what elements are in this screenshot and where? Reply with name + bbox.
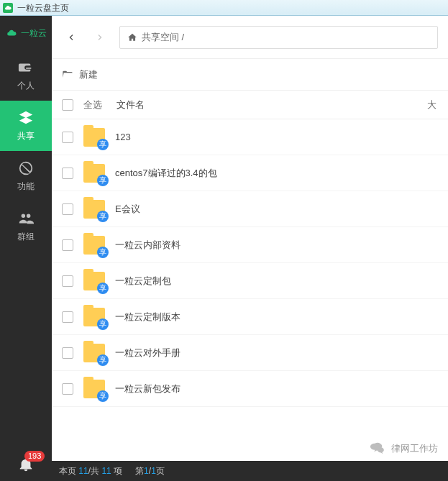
share-badge-icon: 享 [97,175,109,186]
share-badge-icon: 享 [97,139,109,150]
folder-icon: 享 [83,236,105,255]
wallet-icon [18,60,34,75]
window-title: 一粒云盘主页 [17,0,69,16]
row-checkbox[interactable] [62,168,73,179]
sidebar-item-group[interactable]: 群组 [0,201,52,252]
sidebar-item-label: 功能 [17,180,35,193]
share-badge-icon: 享 [97,283,109,294]
file-name: E会议 [115,203,140,216]
file-name: centos7编译过的3.4的包 [115,167,217,180]
sidebar: 一粒云 个人 共享 功能 群组 193 [0,16,52,481]
folder-icon: 享 [83,308,105,326]
file-list: 享123享centos7编译过的3.4的包享E会议享一粒云内部资料享一粒云定制包… [52,119,448,461]
share-badge-icon: 享 [97,319,109,330]
file-row[interactable]: 享一粒云新包发布 [52,371,448,407]
file-row[interactable]: 享123 [52,119,448,155]
share-badge-icon: 享 [97,247,109,258]
chevron-right-icon [96,33,104,42]
row-checkbox[interactable] [62,203,73,215]
status-page-shown: 11 [78,466,88,476]
file-name: 123 [115,132,131,142]
sidebar-item-label: 共享 [17,130,35,142]
status-bar: 本页 11/共 11 项 第1/1页 [52,461,448,481]
sidebar-item-label: 个人 [17,80,35,92]
file-row[interactable]: 享E会议 [52,191,448,227]
status-prefix: 本页 [59,466,76,476]
layers-icon [18,110,34,126]
share-badge-icon: 享 [97,354,109,366]
file-row[interactable]: 享一粒云定制版本 [52,299,448,335]
file-name: 一粒云内部资料 [115,239,180,252]
folder-icon: 享 [83,344,105,362]
people-icon [18,211,34,226]
file-row[interactable]: 享一粒云定制包 [52,263,448,299]
share-badge-icon: 享 [97,211,109,222]
sidebar-item-personal[interactable]: 个人 [0,50,52,101]
folder-icon: 享 [83,164,105,183]
forbid-icon [18,160,34,176]
new-button[interactable]: 新建 [79,68,98,81]
breadcrumb[interactable]: 共享空间 / [119,26,438,49]
sidebar-item-label: 群组 [17,231,35,243]
file-row[interactable]: 享一粒云内部资料 [52,227,448,263]
home-icon [127,32,137,42]
main-area: 共享空间 / 新建 全选 文件名 大 享123享centos7编译过的3.4的包… [52,16,448,481]
file-name: 一粒云定制包 [115,275,171,288]
select-all-checkbox[interactable] [62,99,73,111]
file-row[interactable]: 享centos7编译过的3.4的包 [52,155,448,191]
sidebar-item-share[interactable]: 共享 [0,101,52,151]
file-name: 一粒云对外手册 [115,347,180,359]
brand: 一粒云 [0,16,52,50]
folder-icon: 享 [83,272,105,290]
nav-forward-button[interactable] [91,28,109,47]
window-titlebar: 一粒云盘主页 [0,0,448,16]
status-suffix: 项 [114,466,122,476]
row-checkbox[interactable] [62,239,73,251]
status-total: 11 [101,466,111,476]
app-icon [3,3,13,13]
folder-open-icon [62,69,73,81]
chevron-left-icon [67,33,76,42]
status-page-prefix: 第 [135,466,144,476]
file-name: 一粒云定制版本 [115,311,180,324]
status-sep: /共 [88,466,99,476]
row-checkbox[interactable] [62,347,73,359]
notification-badge: 193 [24,451,45,462]
col-filename[interactable]: 文件名 [116,99,145,111]
status-page-total: 1 [151,466,156,476]
row-checkbox[interactable] [62,383,73,395]
folder-icon: 享 [83,128,105,147]
nav-back-button[interactable] [62,28,81,47]
watermark: 律网工作坊 [370,441,438,457]
share-badge-icon: 享 [97,390,109,402]
folder-icon: 享 [83,380,105,398]
col-size[interactable]: 大 [427,99,438,111]
nav-row: 共享空间 / [52,16,448,59]
brand-text: 一粒云 [21,27,47,40]
file-name: 一粒云新包发布 [115,382,180,395]
wechat-icon [370,441,385,457]
file-row[interactable]: 享一粒云对外手册 [52,335,448,371]
status-page-suffix: 页 [156,466,165,476]
row-checkbox[interactable] [62,275,73,287]
column-header: 全选 文件名 大 [52,91,448,119]
folder-icon: 享 [83,200,105,219]
watermark-text: 律网工作坊 [391,442,438,455]
toolbar: 新建 [52,59,448,91]
col-select-all-label[interactable]: 全选 [83,99,102,111]
notifications-button[interactable]: 193 [0,448,52,481]
row-checkbox[interactable] [62,132,73,143]
breadcrumb-text: 共享空间 / [142,31,184,44]
row-checkbox[interactable] [62,311,73,323]
status-page-current: 1 [144,466,149,476]
sidebar-item-function[interactable]: 功能 [0,151,52,201]
